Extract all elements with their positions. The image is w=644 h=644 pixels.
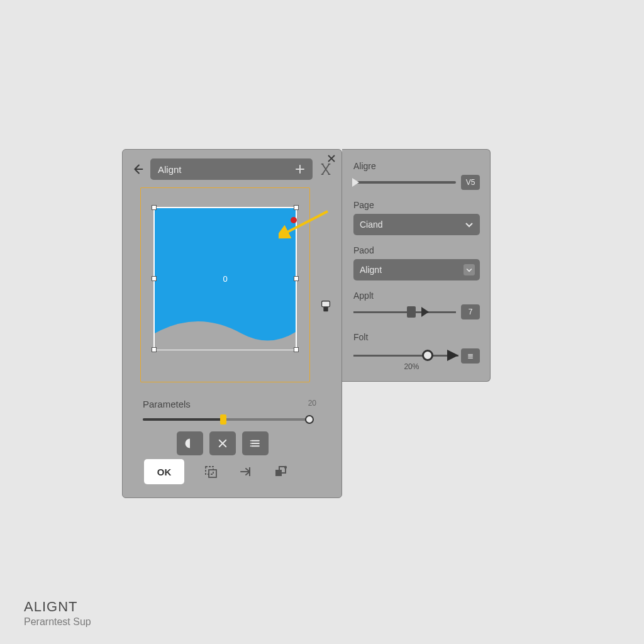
- chevron-down-icon: [464, 219, 475, 230]
- applt-label: Applt: [353, 291, 480, 301]
- applt-badge: 7: [461, 304, 480, 319]
- chevron-down-icon: [464, 264, 475, 275]
- applt-slider[interactable]: [353, 311, 456, 313]
- preview-bounds: 0: [140, 187, 310, 382]
- folt-slider[interactable]: [353, 355, 458, 357]
- right-panel: Aligre V5 Page Ciand Paod Alignt Applt 7…: [342, 149, 491, 382]
- duplicate-icon[interactable]: [202, 463, 219, 480]
- applt-marker-icon[interactable]: [407, 306, 416, 318]
- parameters-label: Parametels: [143, 399, 191, 409]
- paod-dropdown-value: Alignt: [360, 265, 382, 275]
- paod-label: Paod: [353, 245, 480, 255]
- anchor-point-icon[interactable]: [291, 217, 297, 223]
- slider-thumb-primary[interactable]: [220, 414, 226, 425]
- svg-rect-1: [322, 301, 330, 307]
- svg-point-5: [250, 443, 252, 444]
- folt-value: 20%: [404, 362, 419, 371]
- folt-badge[interactable]: ≣: [461, 348, 480, 364]
- aligre-slider[interactable]: [353, 181, 456, 184]
- pin-icon[interactable]: [237, 463, 255, 480]
- plus-icon[interactable]: [294, 163, 306, 175]
- svg-rect-2: [323, 307, 328, 311]
- folt-arrow-icon: [447, 350, 458, 361]
- center-value: 0: [223, 274, 227, 284]
- folt-label: Folt: [353, 332, 480, 342]
- aligre-label: Aligre: [353, 161, 480, 171]
- panel-title: Alignt: [158, 164, 182, 175]
- ok-button[interactable]: OK: [144, 459, 184, 484]
- parameters-slider[interactable]: [143, 416, 311, 423]
- handle-tl[interactable]: [152, 205, 157, 210]
- svg-rect-7: [206, 467, 213, 474]
- left-panel: Alignt 0: [122, 149, 342, 498]
- footer-subtitle: Perarntest Sup: [24, 616, 91, 628]
- swap-icon[interactable]: [318, 161, 334, 177]
- handle-mr[interactable]: [294, 276, 299, 281]
- list-button[interactable]: [242, 431, 269, 455]
- back-icon[interactable]: [130, 162, 145, 177]
- svg-point-11: [284, 466, 287, 469]
- page-dropdown-value: Ciand: [360, 219, 383, 230]
- layers-icon[interactable]: [272, 463, 290, 480]
- panel-title-pill[interactable]: Alignt: [150, 158, 313, 180]
- ok-button-label: OK: [157, 467, 172, 477]
- aligre-slider-thumb[interactable]: [352, 178, 359, 187]
- handle-br[interactable]: [294, 347, 299, 352]
- svg-rect-8: [209, 470, 216, 477]
- footer-caption: ALIGNT Perarntest Sup: [24, 599, 91, 628]
- cancel-button[interactable]: [209, 431, 236, 455]
- applt-play-icon[interactable]: [421, 307, 429, 317]
- folt-slider-thumb[interactable]: [422, 350, 433, 361]
- object-tool-icon[interactable]: [319, 299, 333, 313]
- handle-tr[interactable]: [294, 205, 299, 210]
- svg-point-6: [250, 445, 252, 447]
- svg-point-4: [250, 440, 252, 441]
- page-label: Page: [353, 200, 480, 210]
- selection-frame[interactable]: 0: [153, 207, 297, 350]
- aligre-badge: V5: [461, 175, 480, 190]
- slider-thumb-secondary[interactable]: [305, 415, 314, 424]
- footer-title: ALIGNT: [24, 599, 91, 615]
- handle-ml[interactable]: [152, 276, 157, 281]
- page-dropdown[interactable]: Ciand: [353, 214, 480, 235]
- parameters-readout: 20: [308, 399, 316, 408]
- contrast-button[interactable]: [177, 431, 203, 455]
- handle-bl[interactable]: [152, 347, 157, 352]
- paod-dropdown[interactable]: Alignt: [353, 259, 480, 280]
